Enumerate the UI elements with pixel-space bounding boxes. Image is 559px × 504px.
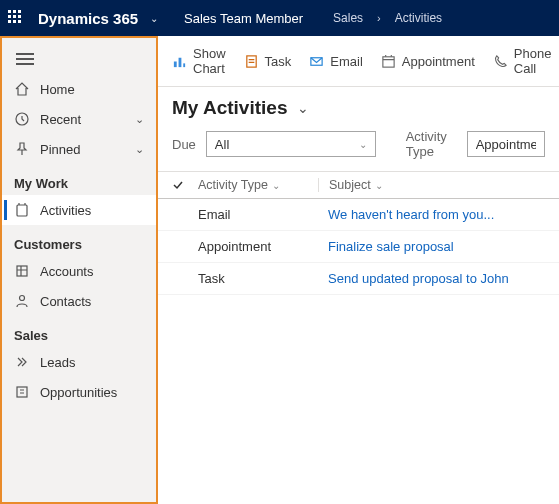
svg-rect-5 [174,61,177,67]
filter-due-value: All [215,137,229,152]
nav-recent-label: Recent [40,112,81,127]
col-activity-type-label: Activity Type [198,178,268,192]
breadcrumb-area[interactable]: Sales [333,11,363,25]
svg-rect-2 [17,266,27,276]
accounts-icon [14,263,30,279]
svg-rect-8 [246,55,255,66]
opportunities-icon [14,384,30,400]
cell-activity-type: Task [198,271,318,286]
section-sales: Sales [2,316,156,347]
nav-opportunities-label: Opportunities [40,385,117,400]
cmd-task[interactable]: Task [244,54,292,69]
view-title[interactable]: My Activities [172,97,287,119]
col-activity-type[interactable]: Activity Type ⌄ [198,178,318,192]
grid-header: Activity Type ⌄ Subject ⌄ [158,171,559,199]
command-bar: Show Chart Task Email Appointment Phone … [158,36,559,87]
breadcrumb-current[interactable]: Activities [395,11,442,25]
clock-icon [14,111,30,127]
app-header: Dynamics 365 ⌄ Sales Team Member Sales ›… [0,0,559,36]
filter-activitytype-select[interactable]: Appointment,C [467,131,545,157]
cmd-task-label: Task [265,54,292,69]
nav-leads-label: Leads [40,355,75,370]
nav-leads[interactable]: Leads [2,347,156,377]
nav-contacts[interactable]: Contacts [2,286,156,316]
main-content: Show Chart Task Email Appointment Phone … [158,36,559,504]
table-row[interactable]: Appointment Finalize sale proposal [158,231,559,263]
filter-activitytype-value: Appointment,C [476,137,536,152]
svg-rect-10 [383,56,394,66]
calendar-icon [381,54,396,69]
pin-icon [14,141,30,157]
home-icon [14,81,30,97]
svg-rect-6 [179,57,182,66]
nav-home-label: Home [40,82,75,97]
filter-due-select[interactable]: All ⌄ [206,131,376,157]
nav-home[interactable]: Home [2,74,156,104]
nav-accounts-label: Accounts [40,264,93,279]
activities-icon [14,202,30,218]
breadcrumb-separator: › [377,12,381,24]
hamburger-icon[interactable] [2,40,156,74]
leads-icon [14,354,30,370]
chevron-down-icon: ⌄ [135,113,144,126]
nav-opportunities[interactable]: Opportunities [2,377,156,407]
chevron-down-icon: ⌄ [272,180,280,191]
svg-rect-4 [17,387,27,397]
phone-icon [493,54,508,69]
cell-subject-link[interactable]: We haven't heard from you... [318,207,545,222]
brand-name[interactable]: Dynamics 365 [38,10,138,27]
app-launcher-icon[interactable] [8,10,24,26]
filter-due-label: Due [172,137,196,152]
cmd-appointment[interactable]: Appointment [381,54,475,69]
chevron-down-icon: ⌄ [135,143,144,156]
cmd-phone-call[interactable]: Phone Call [493,46,552,76]
check-icon [172,179,184,191]
col-subject[interactable]: Subject ⌄ [318,178,545,192]
cell-subject-link[interactable]: Finalize sale proposal [318,239,545,254]
svg-rect-7 [183,63,185,67]
cmd-show-chart-label: Show Chart [193,46,226,76]
chevron-down-icon: ⌄ [359,139,367,150]
cmd-email-label: Email [330,54,363,69]
grid-select-all[interactable] [172,178,198,192]
svg-rect-1 [17,205,27,216]
cmd-appointment-label: Appointment [402,54,475,69]
nav-activities-label: Activities [40,203,91,218]
filter-activitytype-label: Activity Type [406,129,457,159]
cmd-phone-call-label: Phone Call [514,46,552,76]
cell-subject-link[interactable]: Send updated proposal to John [318,271,545,286]
app-name[interactable]: Sales Team Member [184,11,303,26]
task-icon [244,54,259,69]
section-customers: Customers [2,225,156,256]
cmd-email[interactable]: Email [309,54,363,69]
nav-activities[interactable]: Activities [2,195,156,225]
chevron-down-icon: ⌄ [375,180,383,191]
nav-recent[interactable]: Recent ⌄ [2,104,156,134]
chevron-down-icon[interactable]: ⌄ [150,13,158,24]
nav-contacts-label: Contacts [40,294,91,309]
view-switcher-chevron-icon[interactable]: ⌄ [297,100,309,116]
nav-pinned-label: Pinned [40,142,80,157]
table-row[interactable]: Task Send updated proposal to John [158,263,559,295]
email-icon [309,54,324,69]
chart-icon [172,54,187,69]
nav-pinned[interactable]: Pinned ⌄ [2,134,156,164]
table-row[interactable]: Email We haven't heard from you... [158,199,559,231]
section-mywork: My Work [2,164,156,195]
col-subject-label: Subject [329,178,371,192]
cell-activity-type: Appointment [198,239,318,254]
cmd-show-chart[interactable]: Show Chart [172,46,226,76]
cell-activity-type: Email [198,207,318,222]
nav-accounts[interactable]: Accounts [2,256,156,286]
person-icon [14,293,30,309]
sitemap-sidebar: Home Recent ⌄ Pinned ⌄ My Work Activitie… [0,36,158,504]
svg-point-3 [20,296,25,301]
